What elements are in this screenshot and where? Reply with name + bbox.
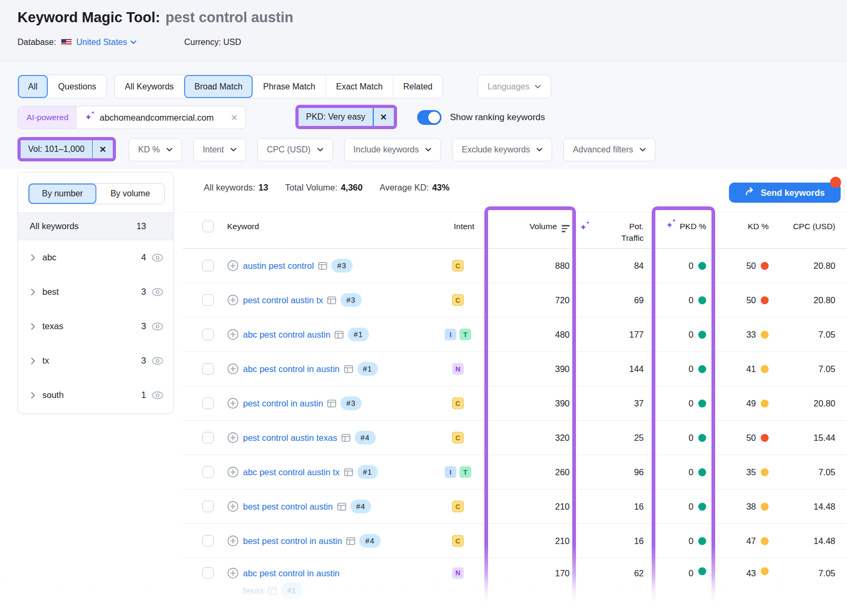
serp-features-icon[interactable] xyxy=(327,400,336,407)
serp-features-icon[interactable] xyxy=(327,296,336,304)
pkd-filter-chip[interactable]: PKD: Very easy ✕ xyxy=(299,108,394,126)
row-checkbox[interactable] xyxy=(202,567,214,579)
eye-icon[interactable] xyxy=(151,391,164,400)
header-volume[interactable]: Volume xyxy=(476,212,572,248)
sidebar-toggle-by-number[interactable]: By number xyxy=(29,184,96,204)
tab-all-keywords[interactable]: All Keywords xyxy=(115,75,184,98)
add-keyword-icon[interactable] xyxy=(227,260,239,271)
eye-icon[interactable] xyxy=(151,288,164,296)
row-checkbox[interactable] xyxy=(202,363,214,375)
table-row: abc pest control in austin#1N3901440417.… xyxy=(183,352,847,386)
serp-features-icon[interactable] xyxy=(318,262,327,270)
add-keyword-icon[interactable] xyxy=(227,567,239,579)
sidebar-toggle-by-volume[interactable]: By volume xyxy=(96,184,164,204)
table-row: pest control austin texas#4C3202505015.4… xyxy=(183,421,847,455)
filter-dropdown-kd-[interactable]: KD % xyxy=(129,138,182,161)
header-pkd[interactable]: PKD % xyxy=(646,212,711,248)
filter-dropdown-cpc-usd-[interactable]: CPC (USD) xyxy=(257,138,333,161)
row-checkbox[interactable] xyxy=(202,260,214,271)
remove-volume-filter-icon[interactable]: ✕ xyxy=(93,144,113,155)
tab-phrase-match[interactable]: Phrase Match xyxy=(253,75,326,98)
add-keyword-icon[interactable] xyxy=(227,294,239,306)
add-keyword-icon[interactable] xyxy=(227,397,239,409)
add-keyword-icon[interactable] xyxy=(227,432,239,443)
keyword-link[interactable]: pest control in austin xyxy=(243,398,323,409)
row-checkbox[interactable] xyxy=(202,535,214,547)
intent-cell: IT xyxy=(439,455,476,489)
filter-dropdown-include-keywords[interactable]: Include keywords xyxy=(344,138,441,161)
clear-domain-icon[interactable]: ✕ xyxy=(231,113,238,123)
all-keywords-row[interactable]: All keywords 13 xyxy=(18,212,173,240)
show-ranking-keywords-toggle[interactable] xyxy=(417,110,441,125)
tab-related[interactable]: Related xyxy=(393,75,443,98)
database-selector[interactable]: United States xyxy=(76,38,137,47)
add-keyword-icon[interactable] xyxy=(227,535,239,547)
database-row: Database: United States xyxy=(17,36,137,49)
add-keyword-icon[interactable] xyxy=(227,466,239,478)
row-checkbox[interactable] xyxy=(202,432,214,443)
keyword-link[interactable]: best pest control austin xyxy=(243,502,333,512)
row-checkbox[interactable] xyxy=(202,501,214,512)
serp-features-icon[interactable] xyxy=(346,537,355,545)
tab-exact-match[interactable]: Exact Match xyxy=(326,75,393,98)
serp-features-icon[interactable] xyxy=(337,503,346,511)
group-row-texas[interactable]: texas3 xyxy=(18,309,173,343)
keyword-link[interactable]: abc pest control austin tx xyxy=(243,467,340,477)
cpc-value: 7.05 xyxy=(773,558,838,579)
serp-features-icon[interactable] xyxy=(344,365,353,373)
languages-dropdown[interactable]: Languages xyxy=(477,75,551,98)
position-badge: #4 xyxy=(355,431,376,445)
filter-dropdown-exclude-keywords[interactable]: Exclude keywords xyxy=(452,138,552,161)
group-row-abc[interactable]: abc4 xyxy=(18,240,173,275)
remove-pkd-filter-icon[interactable]: ✕ xyxy=(374,112,394,122)
keyword-link[interactable]: pest control austin texas xyxy=(243,433,337,443)
domain-input[interactable]: abchomeandcommercial.com ✕ xyxy=(77,106,246,129)
tab-all[interactable]: All xyxy=(18,75,48,98)
pot-traffic-value: 16 xyxy=(572,490,646,523)
group-row-south[interactable]: south1 xyxy=(18,378,173,412)
volume-value: 390 xyxy=(476,386,572,420)
keyword-link[interactable]: pest control austin tx xyxy=(243,295,323,305)
row-checkbox[interactable] xyxy=(202,294,214,306)
send-keywords-button[interactable]: Send keywords xyxy=(729,183,841,203)
keyword-link[interactable]: austin pest control xyxy=(243,261,314,271)
filter-dropdown-intent[interactable]: Intent xyxy=(193,138,246,161)
header-cpc[interactable]: CPC (USD) xyxy=(773,212,838,248)
eye-icon[interactable] xyxy=(151,357,164,365)
serp-features-icon[interactable] xyxy=(341,434,350,442)
row-checkbox[interactable] xyxy=(202,466,214,478)
keyword-link[interactable]: abc pest control in austin xyxy=(243,364,340,374)
add-keyword-icon[interactable] xyxy=(227,501,239,512)
cpc-value: 20.80 xyxy=(773,283,838,317)
kd-dot xyxy=(761,262,769,270)
header-pot-traffic[interactable]: Pot.Traffic xyxy=(572,212,646,248)
row-checkbox-cell xyxy=(183,455,222,489)
keyword-magic-tool-page: Keyword Magic Tool:pest control austin D… xyxy=(0,0,847,616)
row-checkbox[interactable] xyxy=(202,397,214,409)
add-keyword-icon[interactable] xyxy=(227,363,239,375)
cpc-value: 20.80 xyxy=(773,386,838,420)
eye-icon[interactable] xyxy=(151,253,164,262)
eye-icon[interactable] xyxy=(151,322,164,331)
serp-features-icon[interactable] xyxy=(344,468,353,476)
header-intent[interactable]: Intent xyxy=(439,212,476,248)
add-keyword-icon[interactable] xyxy=(227,329,239,340)
keyword-link[interactable]: best pest control in austin xyxy=(243,536,342,546)
filter-dropdown-advanced-filters[interactable]: Advanced filters xyxy=(563,138,655,161)
tab-broad-match[interactable]: Broad Match xyxy=(184,75,253,98)
tab-questions[interactable]: Questions xyxy=(48,75,106,98)
keyword-link-line2[interactable]: texas xyxy=(243,585,264,596)
serp-features-icon[interactable] xyxy=(335,331,344,339)
select-all-checkbox[interactable] xyxy=(202,221,214,232)
keyword-link[interactable]: abc pest control in austin xyxy=(243,567,340,579)
table-row: best pest control in austin#4C2101604714… xyxy=(183,524,847,558)
partial-button-edge[interactable] xyxy=(844,183,847,203)
header-kd[interactable]: KD % xyxy=(711,212,773,248)
serp-features-icon[interactable] xyxy=(268,587,277,595)
row-checkbox[interactable] xyxy=(202,329,214,340)
keyword-link[interactable]: abc pest control austin xyxy=(243,330,330,340)
header-keyword[interactable]: Keyword xyxy=(222,212,439,248)
group-row-tx[interactable]: tx3 xyxy=(18,343,173,378)
volume-filter-chip[interactable]: Vol: 101–1,000 ✕ xyxy=(21,140,113,158)
group-row-best[interactable]: best3 xyxy=(18,275,173,309)
